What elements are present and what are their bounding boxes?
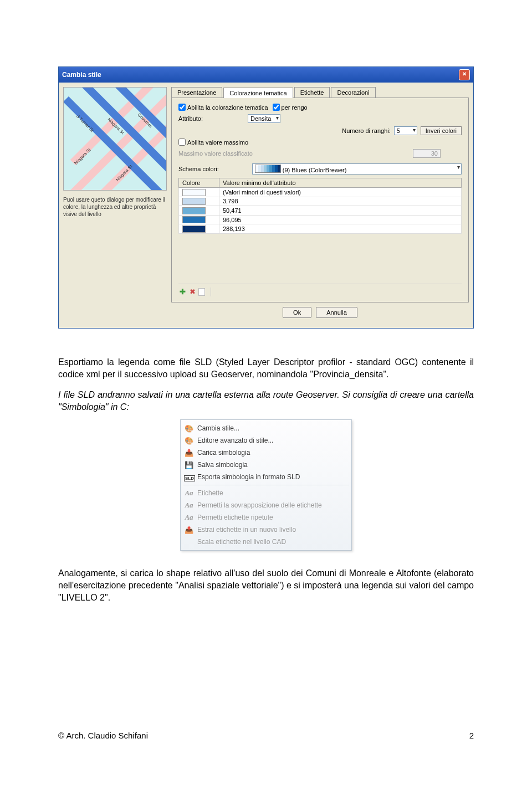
map-preview: S Turner St Niagara St Governm Niagara S… — [63, 87, 167, 191]
ok-button[interactable]: Ok — [283, 307, 311, 318]
dialog-titlebar: Cambia stile ✕ — [59, 67, 473, 83]
scheme-select[interactable]: (9) Blues (ColorBrewer) — [252, 163, 462, 175]
attr-label: Attributo: — [178, 115, 203, 122]
table-row[interactable]: (Valori minori di questi valori) — [179, 188, 462, 197]
close-icon[interactable]: ✕ — [459, 69, 470, 80]
menu-item[interactable]: 💾Salva simbologia — [181, 459, 351, 471]
tab-bar: Presentazione Colorazione tematica Etich… — [171, 87, 469, 98]
menu-item: AaPermetti la sovrapposizione delle etic… — [181, 499, 351, 511]
attr-select[interactable]: Densita — [248, 114, 280, 123]
per-range-checkbox[interactable]: per rengo — [273, 104, 308, 111]
context-menu: 🎨Cambia stile...🎨Editore avanzato di sti… — [180, 419, 352, 551]
menu-item: 📤Estrai etichette in un nuovo livello — [181, 524, 351, 536]
menu-item: AaPermetti etichette ripetute — [181, 511, 351, 524]
menu-item[interactable]: SLDEsporta simbologia in formato SLD — [181, 471, 351, 483]
menu-item[interactable]: 🎨Editore avanzato di stile... — [181, 434, 351, 447]
placeholder-icon[interactable] — [198, 288, 205, 296]
scheme-label: Schema colori: — [178, 166, 219, 172]
max-label: Massimo valore classificato — [178, 150, 253, 157]
menu-item: AaEtichette — [181, 487, 351, 499]
col-color: Colore — [179, 178, 219, 188]
style-dialog: Cambia stile ✕ S Turner St Niagara St Go… — [58, 66, 474, 329]
num-ranks-label: Numero di ranghi: — [342, 127, 390, 134]
table-row[interactable]: 3,798 — [179, 197, 462, 206]
table-row[interactable]: 288,193 — [179, 224, 462, 234]
dialog-title: Cambia stile — [62, 71, 101, 79]
max-value-field: 30 — [413, 149, 441, 158]
table-row[interactable]: 96,095 — [179, 215, 462, 224]
paragraph-1: Esportiamo la legenda come file SLD (Sty… — [58, 356, 474, 380]
col-min: Valore minimo dell'attributo — [219, 178, 462, 188]
table-row[interactable]: 50,471 — [179, 206, 462, 216]
remove-icon[interactable]: ✖ — [188, 288, 196, 296]
add-icon[interactable]: ✚ — [178, 288, 186, 296]
menu-item: Scala etichette nel livello CAD — [181, 536, 351, 548]
dialog-help-text: Puoi usare queto dialogo per modificare … — [63, 196, 166, 218]
paragraph-2: I file SLD andranno salvati in una carte… — [58, 389, 474, 413]
footer-page-number: 2 — [469, 731, 474, 740]
num-ranks-select[interactable]: 5 — [394, 126, 417, 135]
tab-colorazione[interactable]: Colorazione tematica — [223, 88, 293, 98]
enable-max-checkbox[interactable]: Abilita valore massimo — [178, 139, 248, 146]
footer-author: © Arch. Claudio Schifani — [58, 731, 148, 740]
tab-etichette[interactable]: Etichette — [294, 87, 330, 98]
menu-item[interactable]: 🎨Cambia stile... — [181, 422, 351, 434]
cancel-button[interactable]: Annulla — [316, 307, 357, 318]
invert-colors-button[interactable]: Inveri colori — [421, 126, 462, 135]
tab-presentazione[interactable]: Presentazione — [171, 87, 222, 98]
enable-thematic-checkbox[interactable]: Abilita la colorazione tematica — [178, 104, 268, 111]
tab-decorazioni[interactable]: Decorazioni — [331, 87, 375, 98]
menu-separator — [183, 485, 349, 485]
paragraph-3: Analogamente, si carica lo shape relativ… — [58, 567, 474, 603]
color-table: Colore Valore minimo dell'attributo (Val… — [178, 178, 462, 234]
menu-item[interactable]: 📥Carica simbologia — [181, 447, 351, 459]
